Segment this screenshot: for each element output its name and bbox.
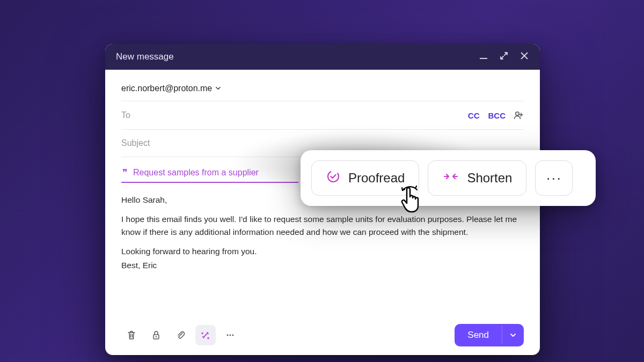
to-input[interactable]: To <box>121 110 459 120</box>
bcc-button[interactable]: BCC <box>488 111 506 120</box>
cc-button[interactable]: CC <box>468 111 480 120</box>
from-email: eric.norbert@proton.me <box>121 84 212 93</box>
window-actions <box>479 51 529 63</box>
ai-more-button[interactable]: ··· <box>535 160 573 196</box>
to-row: To CC BCC <box>121 101 524 130</box>
close-icon[interactable] <box>519 51 529 63</box>
chevron-down-icon <box>215 84 221 93</box>
svg-point-3 <box>156 336 157 337</box>
shorten-label: Shorten <box>467 171 512 186</box>
encrypt-button[interactable] <box>146 325 166 345</box>
minimize-icon[interactable] <box>479 51 488 63</box>
proofread-button[interactable]: Proofread <box>311 160 419 196</box>
body-para2: Looking forward to hearing from you. <box>121 245 524 258</box>
svg-point-1 <box>516 112 519 115</box>
ai-popover: Proofread Shorten ··· <box>301 150 596 206</box>
body-signoff: Best, Eric <box>121 259 524 272</box>
svg-point-5 <box>230 335 231 336</box>
more-options-button[interactable] <box>220 325 240 345</box>
ai-suggestion-chip[interactable]: ❞ Request samples from a supplier <box>121 164 298 183</box>
shorten-button[interactable]: Shorten <box>428 160 526 196</box>
email-body-text[interactable]: Hello Sarah, I hope this email finds you… <box>121 194 524 278</box>
quote-icon: ❞ <box>122 168 128 178</box>
compose-toolbar: Send <box>105 315 540 355</box>
shorten-icon <box>442 169 459 187</box>
svg-point-4 <box>227 335 229 336</box>
send-button[interactable]: Send <box>455 324 502 346</box>
from-row[interactable]: eric.norbert@proton.me <box>121 79 524 101</box>
proofread-icon <box>326 169 341 187</box>
more-dots-icon: ··· <box>546 169 562 187</box>
ai-wand-button[interactable] <box>195 325 216 345</box>
window-titlebar: New message <box>105 44 540 70</box>
delete-button[interactable] <box>121 325 142 345</box>
send-dropdown-button[interactable] <box>502 326 524 344</box>
expand-icon[interactable] <box>499 51 509 63</box>
body-para1: I hope this email finds you well. I'd li… <box>121 213 524 239</box>
send-button-group: Send <box>455 324 524 346</box>
add-contact-icon[interactable] <box>513 110 524 121</box>
window-title: New message <box>116 51 479 62</box>
proofread-label: Proofread <box>348 171 405 186</box>
svg-point-6 <box>232 335 234 336</box>
suggestion-text: Request samples from a supplier <box>133 168 259 178</box>
attach-button[interactable] <box>171 325 191 345</box>
